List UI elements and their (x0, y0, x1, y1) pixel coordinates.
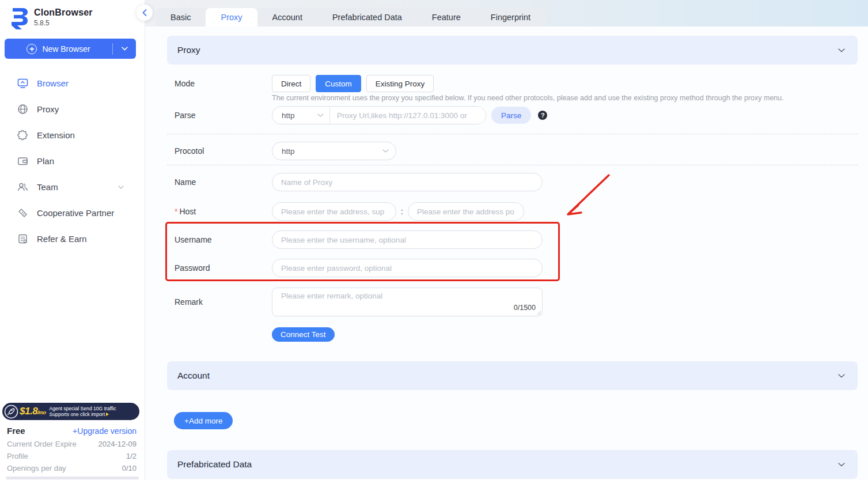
character-counter: 0/1500 (514, 304, 536, 312)
sidebar-bottom: $1.8/mo Agent special Send 10G traffic S… (0, 403, 145, 480)
sidebar-item-browser[interactable]: Browser (0, 70, 145, 96)
sidebar-item-label: Proxy (37, 104, 59, 114)
parse-protocol-select[interactable]: http (272, 107, 330, 124)
host-label: *Host (167, 207, 272, 216)
tab-account[interactable]: Account (257, 8, 317, 27)
sidebar-item-label: Refer & Earn (37, 234, 87, 244)
plan-row-expire: Current Order Expire 2024-12-09 (7, 438, 137, 450)
ticket-icon (17, 207, 28, 218)
tab-feature[interactable]: Feature (417, 8, 476, 27)
mode-row: Mode Direct Custom Existing Proxy (167, 75, 858, 92)
prefabricated-data-section-header[interactable]: Prefabricated Data (167, 450, 858, 479)
logo-row: ClonBrowser 5.8.5 (0, 0, 145, 30)
help-icon[interactable]: ? (538, 111, 547, 120)
sidebar-item-label: Plan (37, 156, 54, 166)
add-more-row: +Add more (174, 412, 858, 429)
prefabricated-data-section-title: Prefabricated Data (177, 459, 252, 470)
plan-progress-bar (6, 477, 139, 479)
tab-proxy[interactable]: Proxy (206, 8, 257, 27)
upgrade-version-link[interactable]: +Upgrade version (73, 426, 137, 436)
username-input[interactable] (272, 230, 543, 249)
new-browser-main[interactable]: + New Browser (5, 44, 112, 54)
sidebar-item-label: Browser (37, 78, 69, 88)
account-section-header[interactable]: Account (167, 361, 858, 390)
sidebar: ClonBrowser 5.8.5 + New Browser Browser (0, 0, 145, 480)
proxy-section-title: Proxy (177, 45, 200, 55)
proxy-form: Mode Direct Custom Existing Proxy The cu… (167, 75, 858, 479)
browser-icon (17, 78, 28, 89)
name-label: Name (167, 177, 272, 187)
add-more-button[interactable]: +Add more (174, 412, 233, 429)
chevron-down-icon (382, 149, 389, 153)
connect-test-button[interactable]: Connect Test (272, 327, 335, 342)
connect-test-row: Connect Test (167, 327, 858, 342)
parse-url-input[interactable] (330, 107, 486, 124)
sidebar-nav: Browser Proxy Extension Plan (0, 70, 145, 252)
clonbrowser-logo-icon (8, 6, 30, 30)
remark-textarea[interactable] (272, 288, 543, 316)
password-row: Password (167, 259, 858, 277)
mode-direct-button[interactable]: Direct (272, 75, 310, 92)
sidebar-item-refer-earn[interactable]: Refer & Earn (0, 226, 145, 252)
chevron-down-icon (118, 186, 124, 189)
sidebar-item-extension[interactable]: Extension (0, 122, 145, 148)
sidebar-item-plan[interactable]: Plan (0, 148, 145, 174)
host-address-input[interactable] (272, 202, 396, 221)
host-port-separator: : (401, 207, 403, 216)
host-row: *Host : (167, 202, 858, 221)
proxy-name-input[interactable] (272, 173, 543, 191)
tab-fingerprint[interactable]: Fingerprint (476, 8, 545, 27)
protocol-select[interactable]: http (272, 142, 396, 160)
wallet-icon (17, 156, 28, 167)
dashed-divider (167, 165, 858, 165)
globe-icon (17, 104, 28, 115)
top-bar: Basic Proxy Account Prefabricated Data F… (145, 0, 868, 27)
chevron-down-icon (122, 47, 128, 51)
promo-text: Agent special Send 10G traffic Supports … (50, 406, 116, 418)
remark-field: 0/1500 (272, 288, 543, 316)
chevron-down-icon (838, 463, 845, 467)
new-browser-label: New Browser (42, 44, 90, 54)
required-asterisk: * (175, 207, 177, 216)
password-input[interactable] (272, 259, 543, 277)
app-title: ClonBrowser (34, 7, 93, 18)
remark-label: Remark (167, 297, 272, 307)
main-panel: Basic Proxy Account Prefabricated Data F… (145, 0, 868, 480)
sidebar-item-proxy[interactable]: Proxy (0, 96, 145, 122)
username-row: Username (167, 230, 858, 249)
protocol-label: Procotol (167, 146, 272, 156)
sidebar-item-cooperative-partner[interactable]: Cooperative Partner (0, 200, 145, 226)
app-version: 5.8.5 (34, 19, 93, 27)
name-row: Name (167, 173, 858, 191)
rocket-icon (4, 405, 18, 419)
plan-row-profile: Profile 1/2 (7, 450, 137, 462)
plus-circle-icon: + (26, 44, 37, 54)
new-browser-button[interactable]: + New Browser (5, 39, 136, 59)
parse-button[interactable]: Parse (491, 107, 531, 124)
parse-label: Parse (167, 111, 272, 120)
chevron-down-icon (317, 114, 324, 117)
tab-basic[interactable]: Basic (156, 8, 206, 27)
tab-prefabricated-data[interactable]: Prefabricated Data (317, 8, 417, 27)
host-port-input[interactable] (408, 202, 524, 221)
password-label: Password (167, 263, 272, 273)
app-window: ClonBrowser 5.8.5 + New Browser Browser (0, 0, 868, 480)
parse-row: Parse http Parse ? (167, 106, 858, 124)
document-icon (17, 233, 28, 244)
plan-header: Free +Upgrade version (7, 426, 137, 436)
username-label: Username (167, 235, 272, 244)
proxy-section-header[interactable]: Proxy (167, 36, 858, 65)
mode-custom-button[interactable]: Custom (316, 75, 361, 92)
account-section-title: Account (177, 371, 210, 381)
promo-banner[interactable]: $1.8/mo Agent special Send 10G traffic S… (2, 403, 139, 420)
logo-text: ClonBrowser 5.8.5 (34, 6, 93, 27)
content-area: Proxy Mode Direct Custom Existing Proxy … (145, 27, 868, 479)
remark-row: Remark 0/1500 (167, 288, 858, 316)
sidebar-collapse-button[interactable] (137, 5, 153, 21)
plan-row-openings: Openings per day 0/10 (7, 462, 137, 474)
mode-existing-proxy-button[interactable]: Existing Proxy (366, 75, 434, 92)
new-browser-dropdown[interactable] (113, 47, 136, 51)
mode-hint-text: The current environment uses the proxy y… (272, 94, 858, 103)
team-icon (17, 182, 28, 192)
sidebar-item-team[interactable]: Team (0, 174, 145, 200)
